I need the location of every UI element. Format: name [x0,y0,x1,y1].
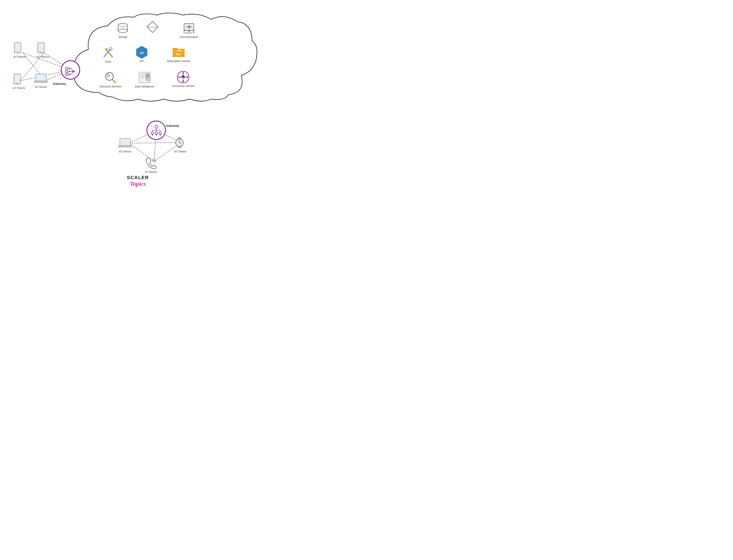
svg-rect-75 [15,43,20,51]
svg-rect-81 [15,75,20,82]
svg-line-9 [129,143,181,143]
svg-rect-56 [65,74,68,75]
connection-service: Connection Service [172,71,194,88]
svg-line-32 [112,79,116,83]
svg-point-20 [188,30,190,32]
iot-device-7: IoT Device [145,157,157,174]
svg-line-60 [71,71,73,74]
iot-device-1: IoT Device [13,42,26,58]
svg-rect-84 [36,74,46,81]
svg-marker-61 [73,71,75,72]
svg-line-58 [71,68,73,71]
svg-rect-19 [184,23,194,31]
svg-rect-86 [38,81,44,81]
svg-point-69 [155,132,157,134]
gateway1-label: Gateway [53,82,66,85]
svg-text:Processing: Processing [148,26,157,28]
gateway2-label: Gateway [166,124,179,127]
gateway1-circle [61,60,80,80]
svg-point-76 [17,52,18,53]
storage-service: Storage [116,22,129,39]
svg-marker-72 [155,134,157,136]
svg-marker-53 [69,68,71,69]
iot-device-3: IoT Device [13,73,25,90]
iot-device-4: IoT Device [34,73,48,88]
processing-service: Processing Processing [146,20,159,33]
diagram-container: Storage Processing Processing Communicat… [0,0,276,194]
svg-rect-90 [122,145,128,146]
api-service: api API [135,46,148,63]
svg-marker-57 [69,74,71,75]
iot-device-5: IoT Device [118,138,132,153]
cloud-background [60,11,258,114]
svg-point-68 [151,132,153,134]
svg-rect-88 [120,139,130,145]
svg-text:api: api [140,51,144,54]
svg-rect-40 [146,74,149,78]
svg-point-23 [109,48,112,51]
discovery-service: Discovery Services [99,71,121,88]
gateway2-circle [146,121,166,140]
iot-device-6: IoT Device [174,137,186,153]
svg-marker-73 [159,134,161,136]
data-intelligence-service: </> Data Intelligence [135,71,154,88]
svg-point-82 [17,83,18,84]
communication-service: Communication [180,22,198,39]
svg-rect-52 [65,68,68,69]
svg-rect-54 [65,71,68,72]
svg-rect-78 [38,43,44,51]
brand-footer: SCALER Topics [127,175,149,187]
svg-point-16 [118,29,127,33]
svg-point-70 [159,132,161,134]
subscription-service: Subscription Service [167,46,190,63]
svg-rect-25 [105,48,107,50]
svg-point-79 [40,52,41,53]
tools-service: Tools [102,46,115,63]
svg-point-62 [155,125,157,128]
svg-marker-71 [151,134,153,136]
svg-marker-55 [69,71,71,72]
iot-device-2: IoT Device [37,42,49,58]
